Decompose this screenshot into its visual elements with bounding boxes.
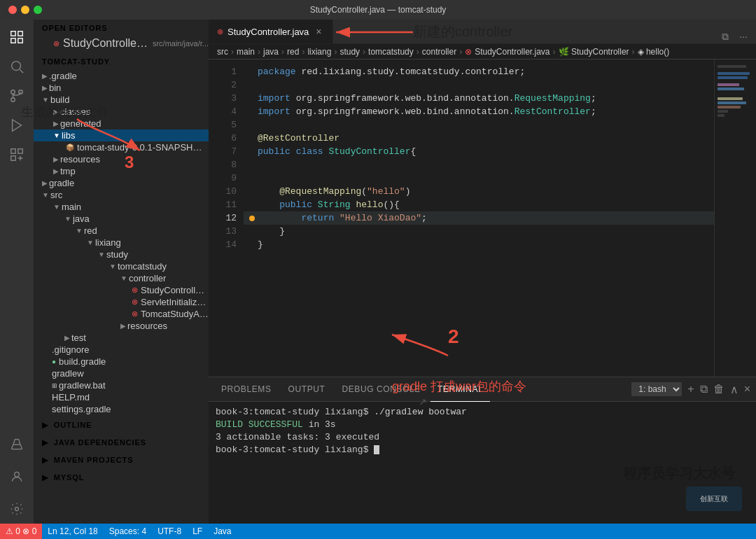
list-item[interactable]: ▶ generated <box>34 118 209 130</box>
list-item[interactable]: ▶ gradle <box>34 177 209 189</box>
title-bar: StudyController.java — tomcat-study <box>0 0 756 20</box>
list-item[interactable]: ▼ java <box>34 213 209 225</box>
add-terminal-button[interactable]: + <box>687 383 694 396</box>
list-item[interactable]: ▼ controller <box>34 272 209 284</box>
list-item[interactable]: ▼ tomcatstudy <box>34 260 209 272</box>
list-item[interactable]: ▶ bin <box>34 82 209 94</box>
svg-line-5 <box>20 69 23 73</box>
account-icon[interactable] <box>5 465 29 489</box>
code-line: @RequestMapping("hello") <box>244 185 714 198</box>
list-item[interactable]: ▶ resources <box>34 320 209 332</box>
status-language[interactable]: Java <box>208 524 237 539</box>
close-button[interactable] <box>8 6 17 14</box>
list-item[interactable]: ▶ tmp <box>34 165 209 177</box>
status-error-count[interactable]: ⚠ 0 ⊗ 0 <box>0 524 42 539</box>
kill-terminal-button[interactable]: 🗑 <box>713 383 724 396</box>
tab-label: StudyController.java <box>227 27 309 37</box>
svg-point-6 <box>11 90 15 94</box>
close-panel-button[interactable]: × <box>744 383 750 396</box>
svg-rect-1 <box>18 31 22 36</box>
outline-header[interactable]: ▶ OUTLINE <box>34 416 209 434</box>
list-item[interactable]: ▼ src <box>34 189 209 201</box>
terminal-line: book-3:tomcat-study lixiang$ ./gradlew b… <box>216 406 749 419</box>
code-line: } <box>244 225 714 238</box>
list-item[interactable]: ● build.gradle <box>34 356 209 368</box>
code-editor[interactable]: 1 2 3 4 5 6 7 8 9 10 11 12 13 14 <box>209 59 756 377</box>
terminal-content[interactable]: book-3:tomcat-study lixiang$ ./gradlew b… <box>209 402 756 524</box>
svg-rect-10 <box>11 149 15 153</box>
flask-icon[interactable] <box>5 433 29 456</box>
panel-tab-bar: PROBLEMS OUTPUT DEBUG CONSOLE TERMINAL 1… <box>209 377 756 402</box>
code-line: @RestController <box>244 132 714 145</box>
list-item[interactable]: ▶ classes <box>34 106 209 118</box>
source-control-icon[interactable] <box>5 84 29 108</box>
code-line-active: return "Hello XiaoDao"; <box>244 211 714 225</box>
list-item[interactable]: .gitignore <box>34 344 209 356</box>
list-item[interactable]: 📦 tomcat-study-0.0.1-SNAPSHOT.war <box>34 141 209 153</box>
list-item[interactable]: ⊗ ServletInitializer.java <box>34 296 209 308</box>
list-item[interactable]: ▶ .gradle <box>34 70 209 82</box>
list-item[interactable]: ▼ lixiang <box>34 237 209 248</box>
list-item[interactable]: settings.gradle <box>34 403 209 415</box>
mysql-header[interactable]: ▶ MYSQL <box>34 469 209 486</box>
tab-terminal[interactable]: TERMINAL <box>430 377 490 402</box>
list-item[interactable]: HELP.md <box>34 391 209 403</box>
split-editor-button[interactable]: ⧉ <box>718 29 732 43</box>
explorer-icon[interactable] <box>5 25 29 49</box>
list-item[interactable]: ▼ red <box>34 225 209 237</box>
maximize-button[interactable] <box>34 6 42 14</box>
editor-area: ⊗ StudyController.java × ⧉ ··· src › mai… <box>209 20 756 524</box>
run-icon[interactable] <box>5 113 29 137</box>
tomcat-study-header[interactable]: TOMCAT-STUDY <box>34 53 209 70</box>
status-eol[interactable]: LF <box>187 524 208 539</box>
open-editor-item[interactable]: ⊗ StudyController.java src/main/java/r..… <box>34 36 209 50</box>
window-controls[interactable] <box>8 6 42 14</box>
maven-projects-header[interactable]: ▶ MAVEN PROJECTS <box>34 451 209 469</box>
tab-close-button[interactable]: × <box>313 26 324 37</box>
more-actions-button[interactable]: ··· <box>736 29 750 43</box>
tab-actions: ⧉ ··· <box>718 29 756 43</box>
extensions-icon[interactable] <box>5 143 29 167</box>
breadcrumb: src › main › java › red › lixiang › stud… <box>209 44 756 59</box>
list-item[interactable]: gradlew <box>34 368 209 379</box>
list-item[interactable]: ▼ build <box>34 94 209 106</box>
tab-study-controller[interactable]: ⊗ StudyController.java × <box>209 20 333 43</box>
search-icon[interactable] <box>5 55 29 78</box>
status-encoding[interactable]: UTF-8 <box>152 524 187 539</box>
code-line <box>244 172 714 185</box>
terminal-line: 3 actionable tasks: 3 executed <box>216 431 749 444</box>
maximize-panel-button[interactable]: ∧ <box>730 383 738 396</box>
open-editors-header[interactable]: OPEN EDITORS <box>34 20 209 36</box>
svg-point-13 <box>15 472 20 477</box>
minimize-button[interactable] <box>21 6 29 14</box>
sidebar: OPEN EDITORS ⊗ StudyController.java src/… <box>34 20 209 524</box>
list-item-study-controller[interactable]: ⊗ StudyController.java <box>34 284 209 296</box>
status-position[interactable]: Ln 12, Col 18 <box>42 524 103 539</box>
list-item[interactable]: ▶ resources <box>34 153 209 165</box>
list-item-libs[interactable]: ▼ libs <box>34 130 209 141</box>
split-terminal-button[interactable]: ⧉ <box>700 383 708 396</box>
svg-rect-0 <box>11 31 15 36</box>
activity-bar <box>0 20 34 524</box>
code-content[interactable]: package red.lixiang.study.tomcatstudy.co… <box>244 59 714 377</box>
list-item[interactable]: ▼ study <box>34 248 209 260</box>
tab-bar: ⊗ StudyController.java × ⧉ ··· <box>209 20 756 44</box>
status-spaces[interactable]: Spaces: 4 <box>104 524 152 539</box>
shell-selector[interactable]: 1: bash <box>631 382 682 396</box>
svg-point-4 <box>12 62 21 71</box>
file-tree: ▶ .gradle ▶ bin ▼ build ▶ classes <box>34 70 209 524</box>
tab-debug-console[interactable]: DEBUG CONSOLE <box>335 377 428 402</box>
tab-output[interactable]: OUTPUT <box>281 377 332 402</box>
terminal-panel: PROBLEMS OUTPUT DEBUG CONSOLE TERMINAL 1… <box>209 377 756 524</box>
tab-problems[interactable]: PROBLEMS <box>214 377 279 402</box>
list-item[interactable]: ⊞ gradlew.bat <box>34 379 209 391</box>
tab-error-icon: ⊗ <box>217 27 223 36</box>
svg-rect-11 <box>18 149 22 153</box>
terminal-line-prompt: book-3:tomcat-study lixiang$ <box>216 444 749 456</box>
java-dependencies-header[interactable]: ▶ JAVA DEPENDENCIES <box>34 434 209 451</box>
list-item[interactable]: ▶ test <box>34 332 209 344</box>
settings-icon[interactable] <box>5 497 29 521</box>
terminal-line: BUILD SUCCESSFUL in 3s <box>216 419 749 431</box>
list-item[interactable]: ⊗ TomcatStudyApplication.java <box>34 308 209 320</box>
list-item[interactable]: ▼ main <box>34 201 209 213</box>
